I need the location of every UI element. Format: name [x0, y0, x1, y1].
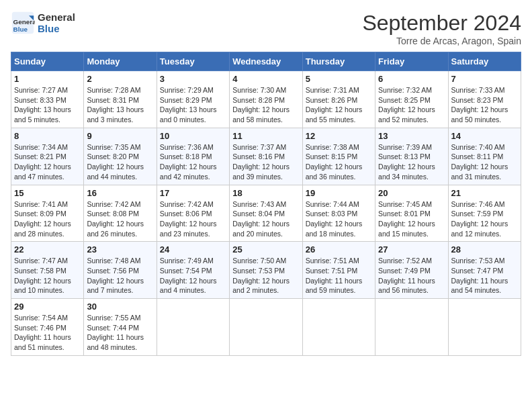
table-row: 3 Sunrise: 7:29 AMSunset: 8:29 PMDayligh… — [157, 71, 229, 128]
empty-cell — [302, 299, 375, 356]
col-sunday: Sunday — [11, 52, 84, 71]
svg-text:General: General — [13, 18, 35, 26]
table-row: 30 Sunrise: 7:55 AMSunset: 7:44 PMDaylig… — [84, 299, 157, 356]
table-row: 27 Sunrise: 7:52 AMSunset: 7:49 PMDaylig… — [375, 242, 448, 299]
table-row: 6 Sunrise: 7:32 AMSunset: 8:25 PMDayligh… — [375, 71, 448, 128]
col-friday: Friday — [375, 52, 448, 71]
table-row: 10 Sunrise: 7:36 AMSunset: 8:18 PMDaylig… — [157, 128, 229, 185]
table-row: 24 Sunrise: 7:49 AMSunset: 7:54 PMDaylig… — [157, 242, 229, 299]
table-row: 23 Sunrise: 7:48 AMSunset: 7:56 PMDaylig… — [84, 242, 157, 299]
week-row-3: 15 Sunrise: 7:41 AMSunset: 8:09 PMDaylig… — [11, 185, 521, 242]
logo-blue: Blue — [38, 23, 75, 34]
page-header: General Blue General Blue September 2024… — [11, 11, 521, 46]
table-row: 5 Sunrise: 7:31 AMSunset: 8:26 PMDayligh… — [302, 71, 375, 128]
table-row: 2 Sunrise: 7:28 AMSunset: 8:31 PMDayligh… — [84, 71, 157, 128]
month-title: September 2024 — [362, 11, 521, 36]
table-row: 4 Sunrise: 7:30 AMSunset: 8:28 PMDayligh… — [230, 71, 302, 128]
logo-general: General — [38, 11, 75, 23]
calendar-table: Sunday Monday Tuesday Wednesday Thursday… — [11, 52, 521, 356]
col-tuesday: Tuesday — [157, 52, 229, 71]
table-row: 22 Sunrise: 7:47 AMSunset: 7:58 PMDaylig… — [11, 242, 84, 299]
logo-icon: General Blue — [11, 11, 35, 35]
col-saturday: Saturday — [448, 52, 521, 71]
col-wednesday: Wednesday — [230, 52, 302, 71]
table-row: 12 Sunrise: 7:38 AMSunset: 8:15 PMDaylig… — [302, 128, 375, 185]
table-row: 21 Sunrise: 7:46 AMSunset: 7:59 PMDaylig… — [448, 185, 521, 242]
table-row: 18 Sunrise: 7:43 AMSunset: 8:04 PMDaylig… — [230, 185, 302, 242]
table-row: 1 Sunrise: 7:27 AMSunset: 8:33 PMDayligh… — [11, 71, 84, 128]
table-row: 11 Sunrise: 7:37 AMSunset: 8:16 PMDaylig… — [230, 128, 302, 185]
header-row: Sunday Monday Tuesday Wednesday Thursday… — [11, 52, 521, 71]
col-thursday: Thursday — [302, 52, 375, 71]
week-row-2: 8 Sunrise: 7:34 AMSunset: 8:21 PMDayligh… — [11, 128, 521, 185]
logo: General Blue General Blue — [11, 11, 75, 35]
svg-text:Blue: Blue — [13, 26, 28, 33]
empty-cell — [157, 299, 229, 356]
title-block: September 2024 Torre de Arcas, Aragon, S… — [362, 11, 521, 46]
table-row: 13 Sunrise: 7:39 AMSunset: 8:13 PMDaylig… — [375, 128, 448, 185]
table-row: 25 Sunrise: 7:50 AMSunset: 7:53 PMDaylig… — [230, 242, 302, 299]
table-row: 26 Sunrise: 7:51 AMSunset: 7:51 PMDaylig… — [302, 242, 375, 299]
table-row: 7 Sunrise: 7:33 AMSunset: 8:23 PMDayligh… — [448, 71, 521, 128]
table-row: 14 Sunrise: 7:40 AMSunset: 8:11 PMDaylig… — [448, 128, 521, 185]
table-row: 16 Sunrise: 7:42 AMSunset: 8:08 PMDaylig… — [84, 185, 157, 242]
week-row-5: 29 Sunrise: 7:54 AMSunset: 7:46 PMDaylig… — [11, 299, 521, 356]
table-row: 15 Sunrise: 7:41 AMSunset: 8:09 PMDaylig… — [11, 185, 84, 242]
table-row: 8 Sunrise: 7:34 AMSunset: 8:21 PMDayligh… — [11, 128, 84, 185]
col-monday: Monday — [84, 52, 157, 71]
table-row: 19 Sunrise: 7:44 AMSunset: 8:03 PMDaylig… — [302, 185, 375, 242]
location: Torre de Arcas, Aragon, Spain — [362, 36, 521, 46]
table-row: 20 Sunrise: 7:45 AMSunset: 8:01 PMDaylig… — [375, 185, 448, 242]
table-row: 9 Sunrise: 7:35 AMSunset: 8:20 PMDayligh… — [84, 128, 157, 185]
table-row: 29 Sunrise: 7:54 AMSunset: 7:46 PMDaylig… — [11, 299, 84, 356]
week-row-4: 22 Sunrise: 7:47 AMSunset: 7:58 PMDaylig… — [11, 242, 521, 299]
table-row: 17 Sunrise: 7:42 AMSunset: 8:06 PMDaylig… — [157, 185, 229, 242]
week-row-1: 1 Sunrise: 7:27 AMSunset: 8:33 PMDayligh… — [11, 71, 521, 128]
empty-cell — [230, 299, 302, 356]
empty-cell — [375, 299, 448, 356]
empty-cell — [448, 299, 521, 356]
table-row: 28 Sunrise: 7:53 AMSunset: 7:47 PMDaylig… — [448, 242, 521, 299]
